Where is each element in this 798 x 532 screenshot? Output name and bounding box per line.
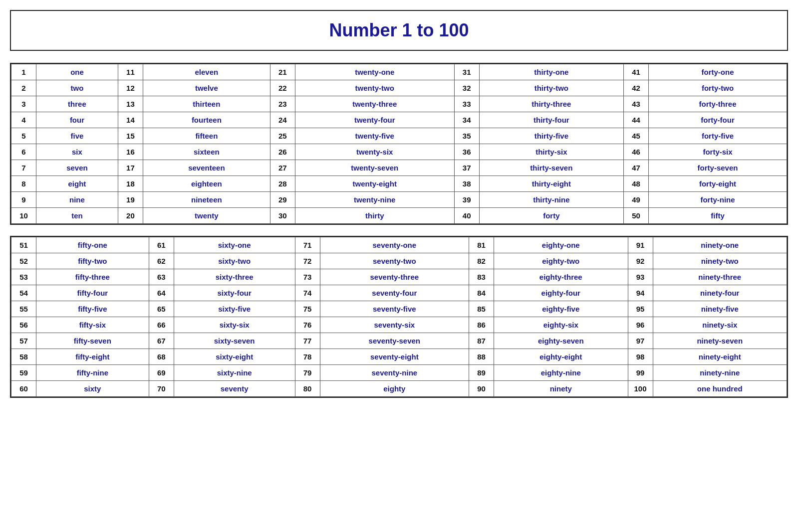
number-cell: 96 — [628, 317, 653, 333]
word-cell: thirteen — [143, 96, 270, 112]
word-cell: eighty-nine — [494, 365, 628, 381]
number-cell: 37 — [454, 160, 479, 176]
number-cell: 84 — [469, 285, 494, 301]
word-cell: ten — [36, 208, 118, 224]
number-cell: 72 — [295, 253, 320, 269]
number-cell: 31 — [454, 64, 479, 80]
number-cell: 59 — [11, 365, 36, 381]
word-cell: ninety-six — [653, 317, 787, 333]
word-cell: thirty-six — [479, 144, 623, 160]
word-cell: sixty-seven — [174, 333, 295, 349]
number-cell: 22 — [270, 80, 295, 96]
number-cell: 79 — [295, 365, 320, 381]
number-cell: 17 — [118, 160, 143, 176]
table1-container: 1one11eleven21twenty-one31thirty-one41fo… — [10, 63, 788, 225]
number-cell: 44 — [623, 112, 648, 128]
word-cell: forty — [479, 208, 623, 224]
number-cell: 32 — [454, 80, 479, 96]
number-cell: 20 — [118, 208, 143, 224]
number-cell: 83 — [469, 269, 494, 285]
number-cell: 51 — [11, 237, 36, 253]
number-cell: 69 — [149, 365, 174, 381]
number-cell: 16 — [118, 144, 143, 160]
word-cell: fifty-eight — [36, 349, 149, 365]
word-cell: ninety-five — [653, 301, 787, 317]
number-cell: 35 — [454, 128, 479, 144]
word-cell: eighty-five — [494, 301, 628, 317]
word-cell: seventy-seven — [320, 333, 469, 349]
word-cell: fourteen — [143, 112, 270, 128]
word-cell: twenty-nine — [295, 192, 454, 208]
word-cell: two — [36, 80, 118, 96]
word-cell: one — [36, 64, 118, 80]
word-cell: fifty-seven — [36, 333, 149, 349]
number-cell: 82 — [469, 253, 494, 269]
word-cell: fifty-three — [36, 269, 149, 285]
number-cell: 13 — [118, 96, 143, 112]
number-cell: 25 — [270, 128, 295, 144]
number-cell: 58 — [11, 349, 36, 365]
word-cell: seventy-eight — [320, 349, 469, 365]
word-cell: fifty-one — [36, 237, 149, 253]
word-cell: fifty — [648, 208, 787, 224]
number-cell: 80 — [295, 381, 320, 397]
word-cell: twenty-four — [295, 112, 454, 128]
word-cell: sixty-two — [174, 253, 295, 269]
word-cell: eighty-one — [494, 237, 628, 253]
word-cell: sixteen — [143, 144, 270, 160]
number-cell: 86 — [469, 317, 494, 333]
number-cell: 30 — [270, 208, 295, 224]
number-cell: 26 — [270, 144, 295, 160]
word-cell: sixty-four — [174, 285, 295, 301]
word-cell: ninety-two — [653, 253, 787, 269]
word-cell: forty-eight — [648, 176, 787, 192]
word-cell: fifty-five — [36, 301, 149, 317]
title-box: Number 1 to 100 — [10, 10, 788, 51]
number-cell: 70 — [149, 381, 174, 397]
word-cell: fifty-two — [36, 253, 149, 269]
word-cell: seventy-nine — [320, 365, 469, 381]
number-cell: 75 — [295, 301, 320, 317]
number-cell: 94 — [628, 285, 653, 301]
number-cell: 61 — [149, 237, 174, 253]
word-cell: nine — [36, 192, 118, 208]
number-cell: 2 — [11, 80, 36, 96]
number-cell: 14 — [118, 112, 143, 128]
number-cell: 78 — [295, 349, 320, 365]
word-cell: three — [36, 96, 118, 112]
word-cell: nineteen — [143, 192, 270, 208]
word-cell: five — [36, 128, 118, 144]
number-cell: 27 — [270, 160, 295, 176]
page-title: Number 1 to 100 — [329, 20, 469, 40]
number-cell: 4 — [11, 112, 36, 128]
word-cell: eighty — [320, 381, 469, 397]
number-cell: 10 — [11, 208, 36, 224]
word-cell: seventy-three — [320, 269, 469, 285]
number-cell: 42 — [623, 80, 648, 96]
word-cell: twelve — [143, 80, 270, 96]
number-cell: 18 — [118, 176, 143, 192]
number-cell: 90 — [469, 381, 494, 397]
number-cell: 45 — [623, 128, 648, 144]
word-cell: thirty — [295, 208, 454, 224]
word-cell: eighteen — [143, 176, 270, 192]
word-cell: forty-five — [648, 128, 787, 144]
number-cell: 63 — [149, 269, 174, 285]
word-cell: fifty-nine — [36, 365, 149, 381]
number-cell: 65 — [149, 301, 174, 317]
word-cell: thirty-eight — [479, 176, 623, 192]
word-cell: twenty — [143, 208, 270, 224]
number-cell: 81 — [469, 237, 494, 253]
number-cell: 28 — [270, 176, 295, 192]
word-cell: eighty-six — [494, 317, 628, 333]
number-cell: 56 — [11, 317, 36, 333]
table2-container: 51fifty-one61sixty-one71seventy-one81eig… — [10, 236, 788, 398]
number-cell: 100 — [628, 381, 653, 397]
number-cell: 15 — [118, 128, 143, 144]
word-cell: fifty-four — [36, 285, 149, 301]
number-cell: 50 — [623, 208, 648, 224]
table1: 1one11eleven21twenty-one31thirty-one41fo… — [11, 64, 787, 224]
number-cell: 52 — [11, 253, 36, 269]
number-cell: 64 — [149, 285, 174, 301]
number-cell: 36 — [454, 144, 479, 160]
